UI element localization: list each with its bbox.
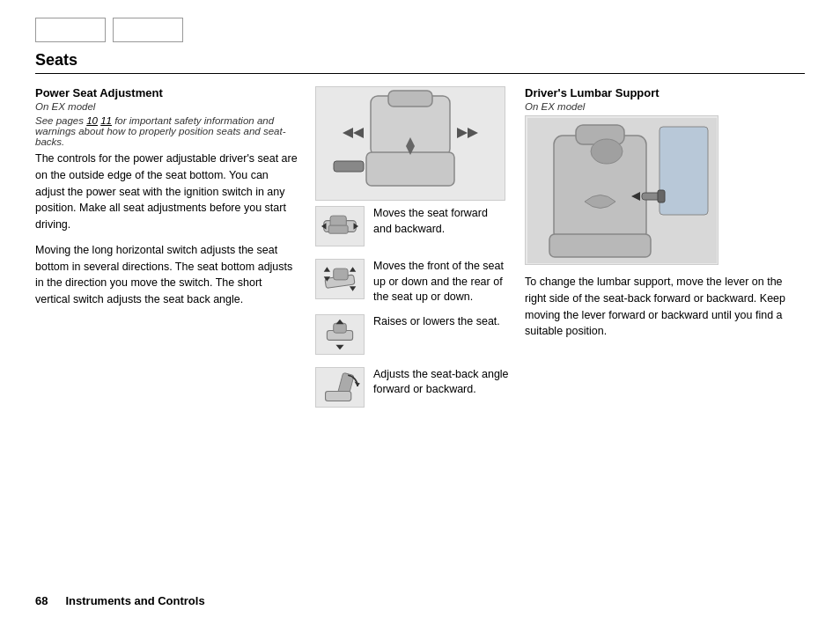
- lumbar-svg: [527, 118, 717, 263]
- svg-marker-6: [468, 128, 478, 138]
- control-desc-3: Raises or lowers the seat.: [373, 314, 509, 330]
- control-row-1: Moves the seat forward and backward.: [315, 206, 509, 250]
- svg-marker-19: [350, 267, 356, 271]
- svg-marker-3: [353, 128, 364, 138]
- nav-button-1[interactable]: [35, 18, 106, 42]
- svg-rect-33: [658, 190, 665, 202]
- control-row-3: Raises or lowers the seat.: [315, 314, 509, 358]
- svg-rect-1: [366, 152, 454, 186]
- svg-marker-17: [324, 267, 330, 271]
- svg-rect-35: [549, 234, 651, 257]
- svg-rect-26: [326, 391, 351, 401]
- seat-tilt-icon: [317, 261, 363, 298]
- power-seat-heading: Power Seat Adjustment: [35, 86, 299, 99]
- control-desc-4: Adjusts the seat-back angle forward or b…: [373, 367, 509, 398]
- lumbar-subheading: On EX model: [525, 101, 805, 112]
- middle-column: Moves the seat forward and backward.: [315, 86, 509, 420]
- power-seat-subheading: On EX model: [35, 101, 299, 112]
- svg-marker-5: [457, 128, 468, 138]
- control-icon-3: [315, 314, 365, 355]
- lumbar-desc: To change the lumbar support, move the l…: [525, 274, 805, 340]
- svg-rect-29: [659, 127, 708, 215]
- control-icon-4: [315, 367, 365, 408]
- main-content: Power Seat Adjustment On EX model See pa…: [35, 86, 805, 420]
- forward-backward-icon: [317, 208, 363, 245]
- svg-rect-7: [334, 161, 364, 172]
- safety-note: See pages 10 11 for important safety inf…: [35, 115, 299, 147]
- control-row-2: Moves the front of the seat up or down a…: [315, 259, 509, 305]
- control-desc-2: Moves the front of the seat up or down a…: [373, 259, 509, 305]
- para2: Moving the long horizontal switch adjust…: [35, 242, 299, 308]
- left-column: Power Seat Adjustment On EX model See pa…: [35, 86, 299, 420]
- raise-lower-icon: [317, 316, 363, 353]
- control-icon-2: [315, 259, 365, 299]
- control-row-4: Adjusts the seat-back angle forward or b…: [315, 367, 509, 411]
- lumbar-diagram: [525, 115, 718, 265]
- svg-rect-12: [328, 225, 348, 233]
- svg-rect-16: [334, 268, 348, 280]
- svg-rect-22: [334, 323, 347, 333]
- svg-marker-24: [335, 344, 343, 349]
- svg-point-36: [591, 139, 623, 164]
- footer-section-label: Instruments and Controls: [65, 594, 204, 607]
- page-link-10[interactable]: 10: [86, 115, 98, 126]
- right-column: Driver's Lumbar Support On EX model: [525, 86, 805, 420]
- para1: The controls for the power adjustable dr…: [35, 151, 299, 233]
- nav-button-2[interactable]: [113, 18, 183, 42]
- page-link-11[interactable]: 11: [100, 115, 112, 126]
- seat-diagram-top: [315, 86, 505, 201]
- top-nav: [35, 18, 805, 42]
- control-icon-1: [315, 206, 365, 246]
- page-number: 68: [35, 594, 48, 607]
- seat-top-svg: [318, 89, 503, 199]
- svg-rect-2: [388, 91, 432, 107]
- control-desc-1: Moves the seat forward and backward.: [373, 206, 509, 237]
- footer: 68 Instruments and Controls: [35, 594, 205, 607]
- svg-marker-4: [343, 128, 353, 138]
- svg-marker-23: [335, 319, 343, 323]
- svg-marker-20: [350, 286, 356, 290]
- section-title: Seats: [35, 51, 805, 74]
- lumbar-heading: Driver's Lumbar Support: [525, 86, 805, 99]
- page-container: Seats Power Seat Adjustment On EX model …: [0, 0, 840, 625]
- seatback-angle-icon: [317, 369, 363, 406]
